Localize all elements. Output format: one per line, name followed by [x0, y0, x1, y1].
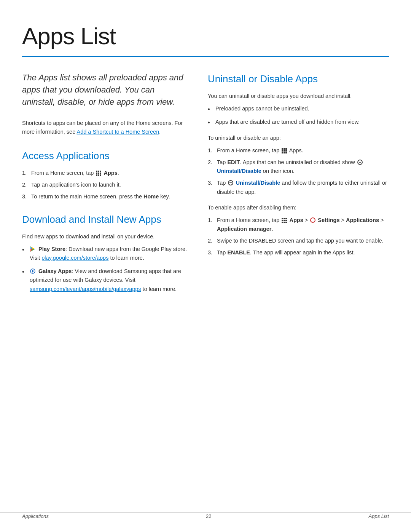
list-item: 1. From a Home screen, tap Apps.	[208, 146, 389, 155]
footer-page-number: 22	[206, 513, 211, 520]
list-item: Preloaded apps cannot be uninstalled.	[208, 104, 389, 113]
shortcuts-text: Shortcuts to apps can be placed on any o…	[22, 119, 190, 136]
left-column: The Apps list shows all preloaded apps a…	[22, 72, 190, 304]
uninstall-bullets: Preloaded apps cannot be uninstalled. Ap…	[208, 104, 389, 126]
list-item: 2. Tap an application's icon to launch i…	[22, 181, 190, 189]
list-item: 1. From a Home screen, tap Apps.	[22, 169, 190, 177]
footer-left: Applications	[22, 513, 49, 520]
intro-paragraph: The Apps list shows all preloaded apps a…	[22, 72, 190, 108]
apps-grid-icon	[96, 171, 101, 176]
main-content: The Apps list shows all preloaded apps a…	[22, 72, 389, 304]
uninstall-circle-icon-2	[228, 180, 233, 185]
list-item: Play Store: Download new apps from the G…	[22, 245, 190, 262]
title-rule	[22, 56, 389, 57]
list-item: 3. Tap Uninstall/Disable and follow the …	[208, 179, 389, 196]
shortcuts-link[interactable]: Add a Shortcut to a Home Screen	[76, 129, 159, 135]
play-store-label: Play Store	[38, 246, 65, 252]
list-item: 2. Tap EDIT. Apps that can be uninstalle…	[208, 158, 389, 176]
uninstall-disable-label: Uninstall/Disable	[217, 168, 261, 174]
right-column: Uninstall or Disable Apps You can uninst…	[208, 72, 389, 304]
uninstall-disable-label-2: Uninstall/Disable	[236, 180, 280, 186]
download-install-intro: Find new apps to download and install on…	[22, 232, 190, 241]
access-applications-section: Access Applications 1. From a Home scree…	[22, 149, 190, 201]
uninstall-circle-icon	[357, 160, 363, 165]
settings-circle-icon	[310, 217, 315, 223]
footer-right: Apps List	[369, 513, 389, 520]
list-item: 3. Tap ENABLE. The app will appear again…	[208, 248, 389, 257]
apps-grid-icon	[282, 218, 287, 223]
galaxy-apps-icon	[30, 268, 36, 274]
to-uninstall-label: To uninstall or disable an app:	[208, 134, 389, 142]
play-store-link[interactable]: play.google.com/store/apps	[41, 255, 108, 261]
galaxy-apps-link[interactable]: samsung.com/levant/apps/mobile/galaxyapp…	[30, 286, 141, 292]
uninstall-intro: You can uninstall or disable apps you do…	[208, 92, 389, 101]
list-item: 3. To return to the main Home screen, pr…	[22, 192, 190, 201]
list-item: Apps that are disabled are turned off an…	[208, 118, 389, 126]
uninstall-title: Uninstall or Disable Apps	[208, 72, 389, 86]
list-item: 2. Swipe to the DISABLED screen and tap …	[208, 236, 389, 245]
page: Apps List The Apps list shows all preloa…	[0, 0, 411, 532]
uninstall-steps: 1. From a Home screen, tap Apps. 2. Tap …	[208, 146, 389, 197]
footer: Applications 22 Apps List	[0, 512, 411, 520]
download-install-title: Download and Install New Apps	[22, 212, 190, 227]
enable-steps: 1. From a Home screen, tap Apps > Settin…	[208, 216, 389, 257]
download-install-section: Download and Install New Apps Find new a…	[22, 212, 190, 294]
list-item: Galaxy Apps: View and download Samsung a…	[22, 267, 190, 294]
to-enable-label: To enable apps after disabling them:	[208, 203, 389, 212]
apps-grid-icon	[282, 148, 287, 153]
galaxy-apps-label: Galaxy Apps	[38, 268, 72, 274]
access-applications-title: Access Applications	[22, 149, 190, 163]
download-install-list: Play Store: Download new apps from the G…	[22, 245, 190, 294]
uninstall-section: Uninstall or Disable Apps You can uninst…	[208, 72, 389, 257]
access-applications-list: 1. From a Home screen, tap Apps. 2. Tap …	[22, 169, 190, 201]
page-title: Apps List	[22, 18, 389, 54]
list-item: 1. From a Home screen, tap Apps > Settin…	[208, 216, 389, 233]
play-store-icon	[30, 246, 36, 252]
